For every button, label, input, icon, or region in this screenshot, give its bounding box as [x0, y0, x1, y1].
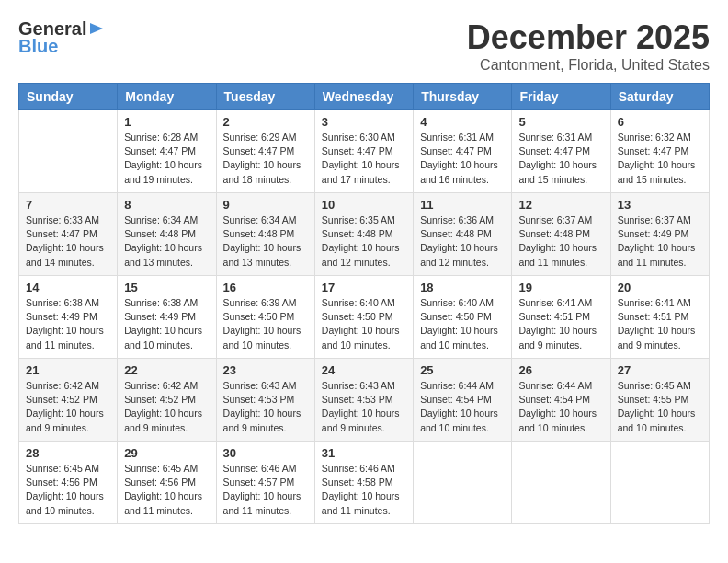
day-detail: Sunrise: 6:42 AMSunset: 4:52 PMDaylight:… — [124, 379, 209, 435]
day-number: 19 — [518, 281, 603, 294]
week-row-5: 28Sunrise: 6:45 AMSunset: 4:56 PMDayligh… — [19, 442, 710, 524]
day-detail: Sunrise: 6:46 AMSunset: 4:57 PMDaylight:… — [223, 462, 308, 518]
day-number: 31 — [322, 446, 406, 460]
day-cell: 23Sunrise: 6:43 AMSunset: 4:53 PMDayligh… — [216, 359, 314, 442]
day-number: 25 — [420, 363, 505, 377]
day-cell: 8Sunrise: 6:34 AMSunset: 4:48 PMDaylight… — [118, 193, 216, 276]
day-cell: 22Sunrise: 6:42 AMSunset: 4:52 PMDayligh… — [118, 359, 216, 442]
day-number: 13 — [618, 198, 702, 212]
day-detail: Sunrise: 6:43 AMSunset: 4:53 PMDaylight:… — [223, 379, 308, 435]
day-cell: 19Sunrise: 6:41 AMSunset: 4:51 PMDayligh… — [512, 276, 610, 359]
week-row-2: 7Sunrise: 6:33 AMSunset: 4:47 PMDaylight… — [19, 193, 710, 276]
day-detail: Sunrise: 6:34 AMSunset: 4:48 PMDaylight:… — [124, 213, 209, 270]
day-cell: 24Sunrise: 6:43 AMSunset: 4:53 PMDayligh… — [314, 359, 413, 442]
month-title: December 2025 — [467, 18, 710, 57]
day-detail: Sunrise: 6:34 AMSunset: 4:48 PMDaylight:… — [223, 213, 308, 270]
day-cell: 17Sunrise: 6:40 AMSunset: 4:50 PMDayligh… — [314, 276, 413, 359]
day-detail: Sunrise: 6:29 AMSunset: 4:47 PMDaylight:… — [223, 131, 308, 187]
day-number: 8 — [124, 198, 209, 212]
day-number: 21 — [26, 363, 110, 377]
day-cell: 11Sunrise: 6:36 AMSunset: 4:48 PMDayligh… — [414, 193, 512, 276]
day-cell: 25Sunrise: 6:44 AMSunset: 4:54 PMDayligh… — [414, 359, 512, 442]
day-number: 29 — [124, 446, 209, 460]
day-cell: 27Sunrise: 6:45 AMSunset: 4:55 PMDayligh… — [610, 359, 709, 442]
day-cell — [19, 110, 118, 193]
day-number: 12 — [518, 198, 603, 212]
day-number: 22 — [124, 363, 209, 377]
day-detail: Sunrise: 6:40 AMSunset: 4:50 PMDaylight:… — [322, 296, 406, 352]
day-cell: 14Sunrise: 6:38 AMSunset: 4:49 PMDayligh… — [19, 276, 118, 359]
day-number: 17 — [322, 281, 406, 294]
day-number: 18 — [420, 281, 505, 294]
weekday-header-tuesday: Tuesday — [216, 84, 314, 110]
day-detail: Sunrise: 6:35 AMSunset: 4:48 PMDaylight:… — [322, 213, 406, 270]
day-detail: Sunrise: 6:30 AMSunset: 4:47 PMDaylight:… — [322, 131, 406, 187]
weekday-header-wednesday: Wednesday — [314, 84, 413, 110]
day-cell: 12Sunrise: 6:37 AMSunset: 4:48 PMDayligh… — [512, 193, 610, 276]
day-number: 27 — [618, 363, 702, 377]
weekday-header-saturday: Saturday — [610, 84, 709, 110]
day-cell: 1Sunrise: 6:28 AMSunset: 4:47 PMDaylight… — [118, 110, 216, 193]
day-cell: 10Sunrise: 6:35 AMSunset: 4:48 PMDayligh… — [314, 193, 413, 276]
day-cell: 21Sunrise: 6:42 AMSunset: 4:52 PMDayligh… — [19, 359, 118, 442]
week-row-3: 14Sunrise: 6:38 AMSunset: 4:49 PMDayligh… — [19, 276, 710, 359]
day-cell: 20Sunrise: 6:41 AMSunset: 4:51 PMDayligh… — [610, 276, 709, 359]
day-detail: Sunrise: 6:42 AMSunset: 4:52 PMDaylight:… — [26, 379, 110, 435]
day-cell: 6Sunrise: 6:32 AMSunset: 4:47 PMDaylight… — [610, 110, 709, 193]
day-number: 28 — [26, 446, 110, 460]
svg-marker-0 — [90, 23, 103, 34]
weekday-header-monday: Monday — [118, 84, 216, 110]
day-number: 23 — [223, 363, 308, 377]
day-number: 2 — [223, 115, 308, 129]
day-number: 7 — [26, 198, 110, 212]
day-detail: Sunrise: 6:38 AMSunset: 4:49 PMDaylight:… — [26, 296, 110, 352]
day-cell — [414, 442, 512, 524]
day-detail: Sunrise: 6:46 AMSunset: 4:58 PMDaylight:… — [322, 462, 406, 518]
day-detail: Sunrise: 6:33 AMSunset: 4:47 PMDaylight:… — [26, 213, 110, 270]
day-cell: 29Sunrise: 6:45 AMSunset: 4:56 PMDayligh… — [118, 442, 216, 524]
day-cell: 18Sunrise: 6:40 AMSunset: 4:50 PMDayligh… — [414, 276, 512, 359]
day-detail: Sunrise: 6:31 AMSunset: 4:47 PMDaylight:… — [518, 131, 603, 187]
day-cell: 30Sunrise: 6:46 AMSunset: 4:57 PMDayligh… — [216, 442, 314, 524]
day-cell: 26Sunrise: 6:44 AMSunset: 4:54 PMDayligh… — [512, 359, 610, 442]
day-cell: 2Sunrise: 6:29 AMSunset: 4:47 PMDaylight… — [216, 110, 314, 193]
logo: General Blue — [18, 18, 105, 57]
location: Cantonment, Florida, United States — [467, 57, 710, 74]
day-number: 11 — [420, 198, 505, 212]
calendar-table: SundayMondayTuesdayWednesdayThursdayFrid… — [18, 83, 710, 524]
day-cell: 4Sunrise: 6:31 AMSunset: 4:47 PMDaylight… — [414, 110, 512, 193]
title-area: December 2025 Cantonment, Florida, Unite… — [467, 18, 710, 74]
day-detail: Sunrise: 6:31 AMSunset: 4:47 PMDaylight:… — [420, 131, 505, 187]
day-number: 5 — [518, 115, 603, 129]
day-cell: 9Sunrise: 6:34 AMSunset: 4:48 PMDaylight… — [216, 193, 314, 276]
day-number: 10 — [322, 198, 406, 212]
day-detail: Sunrise: 6:37 AMSunset: 4:49 PMDaylight:… — [618, 213, 702, 270]
logo-flag-icon — [88, 21, 105, 38]
header: General Blue December 2025 Cantonment, F… — [18, 18, 710, 74]
day-cell: 5Sunrise: 6:31 AMSunset: 4:47 PMDaylight… — [512, 110, 610, 193]
day-detail: Sunrise: 6:41 AMSunset: 4:51 PMDaylight:… — [618, 296, 702, 352]
day-cell: 16Sunrise: 6:39 AMSunset: 4:50 PMDayligh… — [216, 276, 314, 359]
day-number: 15 — [124, 281, 209, 294]
day-detail: Sunrise: 6:38 AMSunset: 4:49 PMDaylight:… — [124, 296, 209, 352]
day-number: 14 — [26, 281, 110, 294]
day-detail: Sunrise: 6:45 AMSunset: 4:56 PMDaylight:… — [26, 462, 110, 518]
day-number: 20 — [618, 281, 702, 294]
weekday-header-row: SundayMondayTuesdayWednesdayThursdayFrid… — [19, 84, 710, 110]
weekday-header-sunday: Sunday — [19, 84, 118, 110]
day-cell: 31Sunrise: 6:46 AMSunset: 4:58 PMDayligh… — [314, 442, 413, 524]
day-number: 3 — [322, 115, 406, 129]
day-number: 1 — [124, 115, 209, 129]
day-cell: 13Sunrise: 6:37 AMSunset: 4:49 PMDayligh… — [610, 193, 709, 276]
logo-blue-text: Blue — [18, 36, 58, 57]
day-number: 4 — [420, 115, 505, 129]
day-detail: Sunrise: 6:45 AMSunset: 4:55 PMDaylight:… — [618, 379, 702, 435]
day-detail: Sunrise: 6:45 AMSunset: 4:56 PMDaylight:… — [124, 462, 209, 518]
day-cell — [512, 442, 610, 524]
day-number: 6 — [618, 115, 702, 129]
day-detail: Sunrise: 6:36 AMSunset: 4:48 PMDaylight:… — [420, 213, 505, 270]
day-detail: Sunrise: 6:40 AMSunset: 4:50 PMDaylight:… — [420, 296, 505, 352]
week-row-4: 21Sunrise: 6:42 AMSunset: 4:52 PMDayligh… — [19, 359, 710, 442]
day-number: 24 — [322, 363, 406, 377]
day-detail: Sunrise: 6:43 AMSunset: 4:53 PMDaylight:… — [322, 379, 406, 435]
